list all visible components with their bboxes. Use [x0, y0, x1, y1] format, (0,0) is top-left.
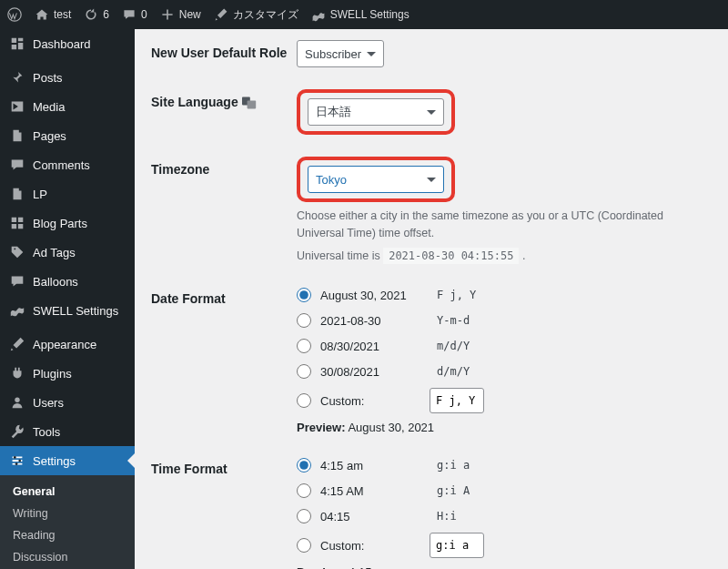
site-name-text: test — [54, 8, 71, 21]
new-content[interactable]: New — [160, 7, 201, 22]
timezone-label: Timezone — [151, 146, 297, 275]
sidebar-item-pages[interactable]: Pages — [0, 121, 135, 150]
sidebar-item-comments[interactable]: Comments — [0, 150, 135, 179]
comments[interactable]: 0 — [122, 7, 147, 22]
sidebar-item-label: Pages — [33, 129, 66, 143]
site-language-label: Site Language — [151, 78, 297, 146]
sidebar-item-swell-settings[interactable]: SWELL Settings — [0, 296, 135, 325]
balloon-icon — [9, 273, 25, 290]
format-code: d/m/Y — [430, 362, 477, 381]
format-custom-radio[interactable] — [297, 538, 311, 553]
sidebar-item-media[interactable]: Media — [0, 92, 135, 121]
sidebar-item-label: LP — [33, 188, 47, 201]
timezone-select[interactable]: Tokyo — [308, 166, 444, 193]
format-preview: Preview: August 30, 2021 — [297, 421, 712, 434]
format-option: 4:15 amg:i a — [297, 456, 712, 474]
time-format-label: Time Format — [151, 445, 297, 569]
svg-point-2 — [14, 456, 16, 459]
sidebar-item-settings[interactable]: Settings — [0, 446, 135, 475]
site-language-select[interactable]: 日本語 — [308, 98, 444, 126]
brush-icon — [214, 7, 228, 22]
sidebar-item-tools[interactable]: Tools — [0, 417, 135, 446]
grid-icon — [9, 215, 25, 231]
submenu-item-discussion[interactable]: Discussion — [0, 546, 135, 568]
customize[interactable]: カスタマイズ — [214, 7, 298, 23]
update-icon — [84, 7, 98, 22]
new-user-role-value: Subscriber — [305, 47, 361, 61]
wordpress-icon — [7, 7, 22, 22]
format-radio[interactable] — [297, 339, 311, 353]
sidebar-item-posts[interactable]: Posts — [0, 63, 135, 92]
universal-time-label: Universal time is — [297, 249, 380, 262]
sidebar-item-plugins[interactable]: Plugins — [0, 359, 135, 388]
submenu-item-reading[interactable]: Reading — [0, 524, 135, 546]
sidebar-item-balloons[interactable]: Balloons — [0, 267, 135, 296]
sidebar-item-label: Media — [33, 100, 65, 114]
format-custom-input[interactable] — [430, 388, 484, 413]
format-custom-label: Custom: — [320, 539, 420, 553]
admin-sidebar: DashboardPostsMediaPagesCommentsLPBlog P… — [0, 29, 135, 569]
sidebar-item-label: Appearance — [33, 338, 96, 351]
sidebar-item-ad-tags[interactable]: Ad Tags — [0, 238, 135, 267]
format-radio[interactable] — [297, 288, 311, 302]
format-display: 4:15 AM — [320, 484, 420, 498]
dashboard-icon — [9, 36, 25, 52]
swell-settings-bar[interactable]: SWELL Settings — [311, 7, 410, 22]
format-code: Y-m-d — [430, 311, 477, 330]
format-display: 04:15 — [320, 510, 420, 523]
format-option: 30/08/2021d/m/Y — [297, 362, 712, 381]
format-code: m/d/Y — [430, 337, 477, 355]
svg-rect-6 — [247, 101, 256, 109]
format-radio[interactable] — [297, 458, 311, 472]
format-custom-row: Custom: — [297, 388, 712, 413]
sidebar-item-label: Tools — [33, 425, 60, 439]
universal-time-value: 2021-08-30 04:15:55 — [383, 248, 519, 264]
comments-count: 0 — [141, 8, 147, 21]
sidebar-item-users[interactable]: Users — [0, 388, 135, 417]
translate-icon — [242, 97, 257, 109]
format-custom-row: Custom: — [297, 533, 712, 558]
sidebar-item-label: SWELL Settings — [33, 304, 118, 318]
format-radio[interactable] — [297, 364, 311, 379]
sidebar-item-label: Balloons — [33, 275, 78, 289]
submenu-item-writing[interactable]: Writing — [0, 503, 135, 524]
updates[interactable]: 6 — [84, 7, 109, 22]
sidebar-item-label: Blog Parts — [33, 217, 87, 230]
updates-count: 6 — [103, 8, 109, 21]
pin-icon — [9, 69, 25, 86]
format-code: g:i a — [430, 456, 477, 474]
sidebar-item-blog-parts[interactable]: Blog Parts — [0, 208, 135, 238]
time-format-options: 4:15 amg:i a4:15 AMg:i A04:15H:iCustom:P… — [297, 445, 712, 569]
format-custom-label: Custom: — [320, 394, 420, 408]
submenu-item-general[interactable]: General — [0, 481, 135, 503]
site-name[interactable]: test — [35, 7, 71, 22]
format-option: August 30, 2021F j, Y — [297, 286, 712, 304]
format-option: 4:15 AMg:i A — [297, 482, 712, 500]
plus-icon — [160, 7, 175, 22]
format-custom-input[interactable] — [430, 533, 484, 558]
sidebar-item-appearance[interactable]: Appearance — [0, 330, 135, 359]
sidebar-item-lp[interactable]: LP — [0, 179, 135, 208]
sidebar-item-dashboard[interactable]: Dashboard — [0, 29, 135, 58]
format-radio[interactable] — [297, 483, 311, 498]
swell-icon — [9, 302, 25, 319]
sidebar-item-label: Dashboard — [33, 37, 91, 51]
format-radio[interactable] — [297, 509, 311, 523]
sidebar-item-label: Plugins — [33, 367, 72, 381]
new-user-role-select[interactable]: Subscriber — [297, 40, 384, 67]
format-code: H:i — [430, 507, 475, 525]
format-radio[interactable] — [297, 313, 311, 328]
svg-point-3 — [18, 460, 21, 462]
brush-icon — [9, 336, 25, 352]
format-display: 2021-08-30 — [320, 314, 420, 328]
date-format-options: August 30, 2021F j, Y2021-08-30Y-m-d08/3… — [297, 275, 712, 445]
svg-point-4 — [15, 462, 18, 465]
format-code: g:i A — [430, 482, 477, 500]
date-format-label: Date Format — [151, 275, 297, 445]
site-language-value: 日本語 — [316, 104, 351, 120]
page-icon — [9, 186, 25, 202]
format-custom-radio[interactable] — [297, 393, 311, 408]
wp-logo[interactable] — [7, 7, 22, 22]
sidebar-item-label: Posts — [33, 71, 63, 85]
customize-label: カスタマイズ — [233, 7, 298, 23]
